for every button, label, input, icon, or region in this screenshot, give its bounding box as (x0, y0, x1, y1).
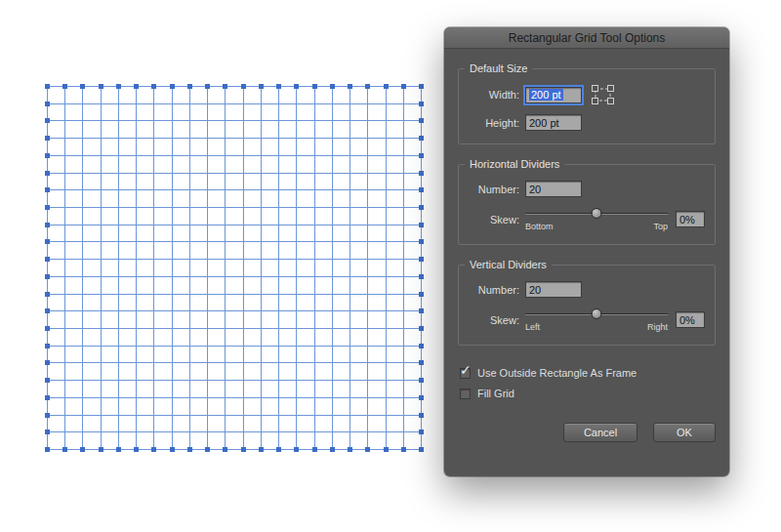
vdiv-skew-max-label: Right (647, 322, 668, 332)
vdiv-number-value: 20 (529, 284, 541, 296)
vdiv-skew-min-label: Left (525, 322, 540, 332)
hdiv-skew-label: Skew: (469, 214, 519, 225)
vertical-dividers-group: Vertical Dividers Number: 20 Skew: Left … (458, 265, 716, 346)
horizontal-dividers-group: Horizontal Dividers Number: 20 Skew: Bot… (458, 164, 716, 245)
fill-grid-checkbox[interactable]: ✓ (460, 389, 471, 399)
use-outside-rectangle-checkbox[interactable]: ✓ (460, 368, 471, 379)
fill-grid-row[interactable]: ✓ Fill Grid (460, 388, 714, 399)
hdiv-number-row: Number: 20 (469, 181, 705, 197)
height-label: Height: (469, 117, 519, 129)
cancel-button[interactable]: Cancel (563, 423, 637, 442)
fill-grid-label: Fill Grid (477, 388, 514, 399)
hdiv-skew-input[interactable]: 0% (676, 211, 705, 227)
vdiv-skew-input[interactable]: 0% (676, 311, 705, 328)
dialog-titlebar[interactable]: Rectangular Grid Tool Options (444, 27, 729, 49)
vdiv-skew-row: Skew: Left Right 0% (469, 307, 705, 332)
width-input[interactable]: 200 pt (525, 87, 582, 103)
use-outside-rectangle-label: Use Outside Rectangle As Frame (477, 367, 637, 379)
rectangular-grid-tool-options-dialog: Rectangular Grid Tool Options Default Si… (444, 27, 729, 476)
hdiv-number-value: 20 (529, 184, 541, 195)
hdiv-skew-max-label: Top (653, 222, 668, 231)
vdiv-skew-slider-thumb[interactable] (592, 308, 602, 319)
rectangular-grid-tool-icon (592, 85, 614, 104)
vdiv-skew-value: 0% (679, 314, 695, 326)
vdiv-skew-label: Skew: (469, 314, 519, 326)
dialog-title: Rectangular Grid Tool Options (509, 31, 666, 45)
hdiv-number-label: Number: (469, 184, 519, 195)
hdiv-skew-slider-thumb[interactable] (592, 208, 602, 219)
hdiv-skew-value: 0% (679, 214, 695, 225)
hdiv-skew-min-label: Bottom (525, 222, 554, 231)
width-row: Width: 200 pt (469, 85, 705, 104)
checkmark-icon: ✓ (460, 362, 472, 378)
height-value: 200 pt (529, 117, 559, 129)
vdiv-number-input[interactable]: 20 (525, 281, 582, 298)
vdiv-skew-slider[interactable]: Left Right (525, 307, 668, 332)
hdiv-number-input[interactable]: 20 (525, 181, 582, 197)
grid-svg (44, 83, 424, 452)
canvas-grid-object[interactable] (44, 83, 424, 452)
width-label: Width: (469, 89, 519, 101)
width-value: 200 pt (529, 89, 563, 101)
vdiv-number-row: Number: 20 (469, 281, 705, 298)
dialog-button-row: Cancel OK (458, 423, 716, 442)
use-outside-rectangle-row[interactable]: ✓ Use Outside Rectangle As Frame (460, 367, 714, 379)
hdiv-skew-slider[interactable]: Bottom Top (525, 207, 668, 231)
default-size-legend: Default Size (465, 62, 532, 74)
default-size-group: Default Size Width: 200 pt Height: 200 p… (458, 68, 716, 144)
horizontal-dividers-legend: Horizontal Dividers (465, 158, 564, 170)
vdiv-number-label: Number: (469, 284, 519, 296)
height-row: Height: 200 pt (469, 114, 705, 131)
hdiv-skew-row: Skew: Bottom Top 0% (469, 207, 705, 231)
vertical-dividers-legend: Vertical Dividers (465, 259, 552, 270)
height-input[interactable]: 200 pt (525, 114, 582, 131)
ok-button[interactable]: OK (653, 423, 716, 442)
